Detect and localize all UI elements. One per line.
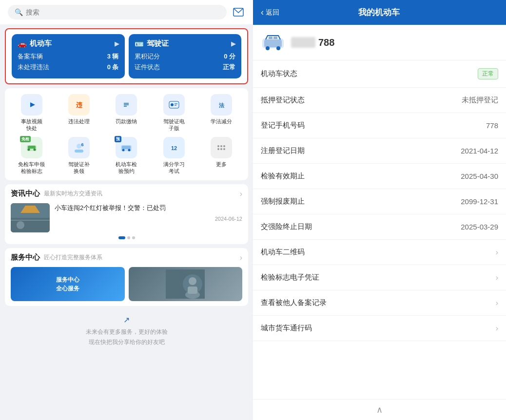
more-label: 更多 — [216, 161, 227, 168]
detail-item-qrcode[interactable]: 机动车二维码 › — [253, 240, 506, 265]
right-header-title: 我的机动车 — [283, 7, 475, 18]
detail-item-insp-cert[interactable]: 检验标志电子凭证 › — [253, 265, 506, 290]
service-center-section: 服务中心 匠心打造完整服务体系 › 服务中心全心服务 — [5, 248, 248, 306]
license-row1-value: 0 分 — [224, 52, 235, 61]
detail-value-regdate: 2021-04-12 — [461, 147, 498, 155]
license-card-arrow: ▶ — [231, 40, 235, 47]
svg-text:12: 12 — [171, 145, 177, 151]
detail-value-qrcode: › — [496, 248, 498, 257]
service-more[interactable]: 更多 — [199, 137, 244, 175]
detail-label-truck-code: 城市货车通行码 — [261, 324, 312, 333]
detail-label-others-record: 查看被他人备案记录 — [261, 298, 327, 307]
svg-point-24 — [128, 149, 131, 151]
footer-tip: ↗ 未来会有更多服务，更好的体验 现在快把我分享给你的好友吧 — [0, 310, 253, 351]
detail-label-mortgage: 抵押登记状态 — [261, 95, 305, 105]
svg-point-32 — [220, 148, 222, 150]
svg-rect-43 — [188, 286, 197, 294]
detail-item-mortgage: 抵押登记状态 未抵押登记 — [253, 88, 506, 113]
dot-2 — [127, 236, 130, 239]
service-license-reissue[interactable]: 6 驾驶证补换领 — [56, 137, 101, 175]
svg-rect-45 — [264, 39, 282, 47]
service-violation[interactable]: 违 违法处理 — [56, 94, 101, 132]
detail-value-truck-code: › — [496, 324, 498, 333]
vehicle-card[interactable]: 🚗 机动车 ▶ 备案车辆 3 辆 未处理违法 0 条 — [12, 34, 125, 78]
service-learn-reduce[interactable]: 法 学法减分 — [199, 94, 244, 132]
status-badge: 正常 — [478, 68, 498, 79]
detail-value-others-record: › — [496, 299, 498, 307]
svg-rect-49 — [273, 37, 277, 39]
elicense-label: 驾驶证电子版 — [163, 118, 185, 132]
collapse-button[interactable]: ∧ — [253, 399, 506, 420]
news-header: 资讯中心 最新实时地方交通资讯 › — [11, 189, 242, 198]
search-icon: 🔍 — [15, 8, 23, 16]
car-info-card: 788 — [253, 25, 506, 60]
detail-list: 机动车状态 正常 抵押登记状态 未抵押登记 登记手机号码 778 注册登记日期 … — [253, 60, 506, 399]
service-center-banner: 服务中心全心服务 — [11, 267, 242, 301]
service-accident-video[interactable]: 事故视频快处 — [9, 94, 54, 132]
elicense-icon — [163, 94, 185, 115]
detail-item-truck-code[interactable]: 城市货车通行码 › — [253, 316, 506, 341]
service-fine[interactable]: 罚款缴纳 — [104, 94, 149, 132]
detail-value-phone: 778 — [486, 121, 498, 130]
detail-value-mortgage: 未抵押登记 — [462, 95, 498, 105]
accident-video-icon — [21, 94, 42, 115]
detail-value-insp-cert: › — [496, 273, 498, 282]
svg-point-47 — [276, 46, 280, 50]
insp-cert-chevron-icon: › — [496, 273, 498, 282]
detail-label-insp-cert: 检验标志电子凭证 — [261, 273, 319, 282]
search-input-wrap[interactable]: 🔍 — [8, 5, 227, 19]
license-row2-label: 证件状态 — [135, 63, 160, 72]
truck-code-chevron-icon: › — [496, 324, 498, 333]
detail-item-status: 机动车状态 正常 — [253, 60, 506, 88]
news-article-title: 小车连闯2个红灯被举报！交警：已处罚 — [55, 203, 242, 213]
news-item[interactable]: 小车连闯2个红灯被举报！交警：已处罚 2024-06-12 — [11, 203, 242, 232]
service-inspection[interactable]: 预 机动车检验预约 — [104, 137, 149, 175]
service-exempt-check[interactable]: 免检 免检车申领检验标志 — [9, 137, 54, 175]
service-center-title: 服务中心 — [11, 253, 40, 262]
news-subtitle: 最新实时地方交通资讯 — [44, 190, 102, 198]
license-row2-value: 正常 — [223, 63, 235, 72]
news-thumbnail — [11, 203, 50, 232]
vehicle-row1-label: 备案车辆 — [18, 52, 43, 61]
mail-icon[interactable] — [232, 5, 245, 19]
inspection-icon: 预 — [116, 137, 137, 158]
detail-label-scrdate: 强制报废期止 — [261, 197, 305, 206]
svg-text:违: 违 — [76, 101, 83, 109]
license-icon: 🪪 — [135, 39, 144, 48]
dot-3 — [132, 236, 135, 239]
news-section: 资讯中心 最新实时地方交通资讯 › 小车连闯2个红灯被举报！交警：已处罚 202… — [5, 184, 248, 244]
news-title: 资讯中心 — [11, 189, 40, 198]
license-card[interactable]: 🪪 驾驶证 ▶ 累积记分 0 分 证件状态 正常 — [129, 34, 242, 78]
detail-label-inspdate: 检验有效期止 — [261, 172, 305, 181]
svg-point-17 — [33, 148, 36, 151]
services-grid: 事故视频快处 违 违法处理 — [9, 94, 244, 174]
detail-value-inspdate: 2025-04-30 — [461, 172, 498, 180]
detail-item-others-record[interactable]: 查看被他人备案记录 › — [253, 290, 506, 316]
banner-card-1-label: 服务中心全心服务 — [56, 275, 79, 293]
svg-rect-20 — [75, 150, 83, 153]
exempt-check-icon: 免检 — [21, 137, 42, 158]
detail-item-inspdate: 检验有效期止 2025-04-30 — [253, 164, 506, 189]
right-panel: ‹ 返回 我的机动车 788 机动车状态 正常 — [253, 0, 506, 420]
search-bar: 🔍 — [0, 0, 253, 24]
detail-item-phone: 登记手机号码 778 — [253, 113, 506, 138]
service-fullscore[interactable]: 12 满分学习考试 — [151, 137, 196, 175]
services-section: 事故视频快处 违 违法处理 — [5, 88, 248, 180]
detail-item-scrdate: 强制报废期止 2099-12-31 — [253, 189, 506, 214]
footer-line1: 未来会有更多服务，更好的体验 — [86, 327, 168, 337]
service-center-arrow[interactable]: › — [240, 253, 242, 262]
news-arrow[interactable]: › — [240, 190, 242, 198]
svg-point-10 — [171, 103, 174, 106]
accident-video-label: 事故视频快处 — [21, 118, 42, 132]
detail-value-scrdate: 2099-12-31 — [461, 197, 498, 206]
banner-card-2[interactable] — [129, 267, 243, 301]
search-input[interactable] — [26, 8, 220, 16]
service-elicense[interactable]: 驾驶证电子版 — [151, 94, 196, 132]
back-button[interactable]: ‹ 返回 — [261, 7, 279, 18]
license-row1-label: 累积记分 — [135, 52, 160, 61]
license-card-title: 驾驶证 — [147, 39, 169, 48]
banner-card-1[interactable]: 服务中心全心服务 — [11, 267, 125, 301]
footer-icon: ↗ — [123, 314, 130, 326]
svg-point-33 — [223, 148, 225, 150]
svg-point-28 — [217, 145, 219, 147]
